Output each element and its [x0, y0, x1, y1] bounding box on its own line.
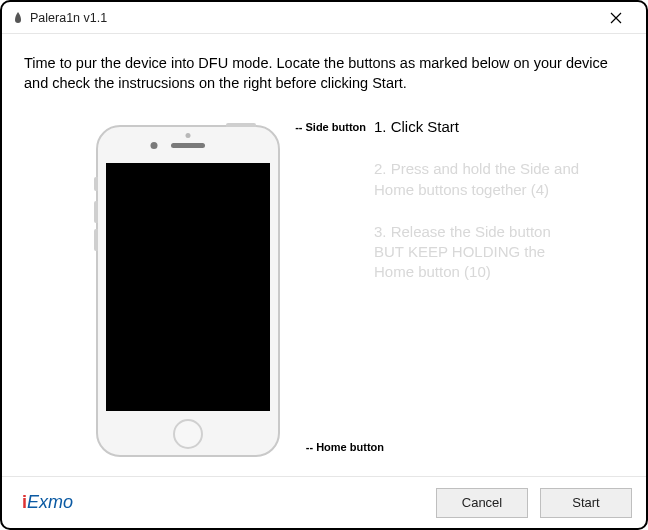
home-button-icon [173, 419, 203, 449]
camera-icon [151, 142, 158, 149]
step-1: 1. Click Start [374, 117, 584, 137]
phone-illustration: -- Side button -- Home button [96, 125, 306, 457]
device-column: -- Side button -- Home button [24, 107, 364, 457]
home-button-label: -- Home button [306, 441, 384, 453]
volume-up-icon [94, 201, 98, 223]
close-button[interactable] [596, 2, 636, 34]
sensor-icon [186, 133, 191, 138]
step-2: 2. Press and hold the Side and Home butt… [374, 159, 584, 200]
close-icon [610, 12, 622, 24]
speaker-icon [171, 143, 205, 148]
app-icon [12, 12, 24, 24]
phone-body [96, 125, 280, 457]
brand-rest: Exmo [27, 492, 73, 512]
brand-logo: iExmo [22, 492, 73, 513]
instruction-text: Time to pur the device into DFU mode. Lo… [24, 54, 624, 93]
step-3: 3. Release the Side button BUT KEEP HOLD… [374, 222, 584, 283]
main-row: -- Side button -- Home button 1. [24, 107, 624, 457]
steps-column: 1. Click Start 2. Press and hold the Sid… [364, 107, 624, 457]
cancel-button[interactable]: Cancel [436, 488, 528, 518]
content-area: Time to pur the device into DFU mode. Lo… [2, 34, 646, 476]
footer: iExmo Cancel Start [2, 476, 646, 528]
app-window: Palera1n v1.1 Time to pur the device int… [0, 0, 648, 530]
start-button[interactable]: Start [540, 488, 632, 518]
window-title: Palera1n v1.1 [30, 11, 596, 25]
titlebar: Palera1n v1.1 [2, 2, 646, 34]
volume-down-icon [94, 229, 98, 251]
side-button-label: -- Side button [295, 121, 366, 133]
mute-switch-icon [94, 177, 98, 191]
phone-screen [106, 163, 270, 411]
